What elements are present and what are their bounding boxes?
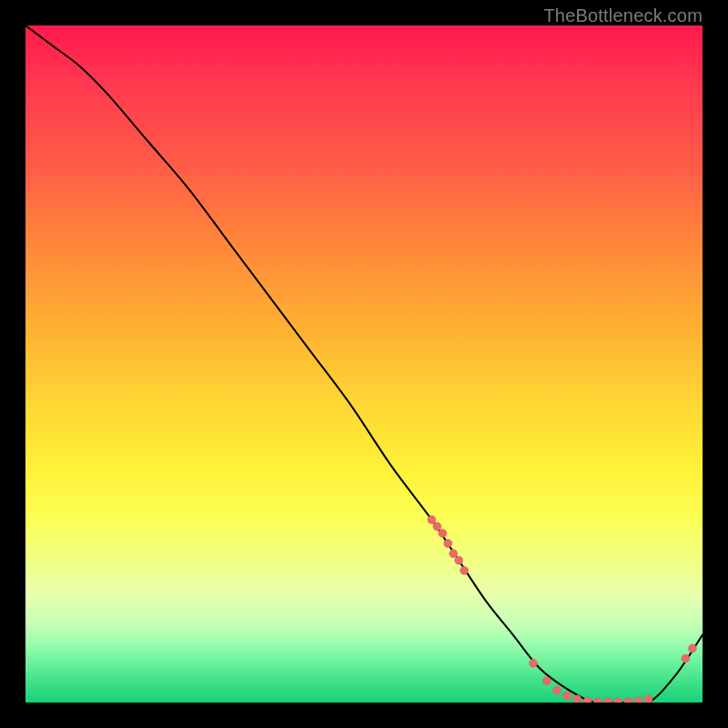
data-dot-0	[428, 516, 436, 524]
data-dot-6	[460, 566, 469, 574]
chart-svg	[25, 25, 703, 703]
data-dot-1	[433, 522, 441, 531]
data-dot-18	[644, 695, 652, 703]
data-dot-20	[688, 644, 696, 652]
data-dot-8	[542, 677, 551, 685]
chart-plot-area	[25, 25, 703, 703]
curve-dots	[428, 516, 696, 703]
data-dot-15	[614, 698, 622, 703]
data-dot-11	[573, 695, 581, 703]
data-dot-13	[593, 698, 602, 703]
data-dot-19	[682, 654, 690, 662]
data-dot-9	[553, 686, 561, 694]
data-dot-2	[439, 530, 447, 538]
data-dot-7	[530, 659, 538, 667]
bottleneck-curve	[25, 25, 703, 703]
data-dot-16	[624, 698, 632, 703]
watermark-text: TheBottleneck.com	[543, 5, 703, 26]
chart-frame: TheBottleneck.com	[0, 0, 728, 728]
data-dot-4	[450, 550, 458, 558]
data-dot-14	[603, 698, 612, 703]
data-dot-17	[634, 697, 642, 703]
data-dot-5	[455, 556, 463, 564]
data-dot-10	[563, 692, 571, 700]
data-dot-3	[444, 540, 452, 548]
